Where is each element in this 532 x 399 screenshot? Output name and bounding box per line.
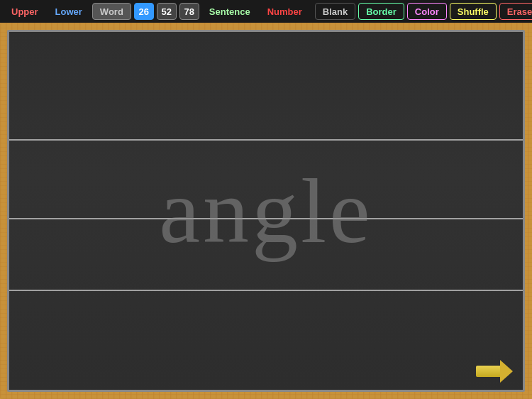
badge-26[interactable]: 26	[134, 3, 154, 20]
word-display: angle	[9, 165, 523, 257]
arrow-head	[500, 360, 513, 383]
blank-button[interactable]: Blank	[315, 3, 355, 20]
shuffle-button[interactable]: Shuffle	[450, 3, 497, 20]
chalkboard-frame: angle	[7, 30, 525, 392]
badge-78[interactable]: 78	[179, 3, 199, 20]
tab-word[interactable]: Word	[92, 3, 131, 20]
chalk-line-1	[9, 139, 523, 141]
next-arrow-button[interactable]	[476, 360, 513, 383]
tab-sentence[interactable]: Sentence	[202, 3, 257, 20]
tab-upper[interactable]: Upper	[4, 3, 45, 20]
arrow-body	[476, 366, 503, 377]
tab-lower[interactable]: Lower	[48, 3, 89, 20]
toolbar: Upper Lower Word 26 52 78 Sentence Numbe…	[0, 0, 532, 23]
chalk-line-3	[9, 290, 523, 291]
badge-52[interactable]: 52	[157, 3, 177, 20]
tab-number[interactable]: Number	[260, 3, 309, 20]
border-button[interactable]: Border	[358, 3, 404, 20]
arrow-icon	[476, 360, 513, 383]
chalk-line-2	[9, 218, 523, 219]
chalkboard: angle	[9, 32, 523, 390]
erase-button[interactable]: Erase	[499, 3, 532, 20]
color-button[interactable]: Color	[407, 3, 447, 20]
cork-frame: angle	[0, 23, 532, 399]
